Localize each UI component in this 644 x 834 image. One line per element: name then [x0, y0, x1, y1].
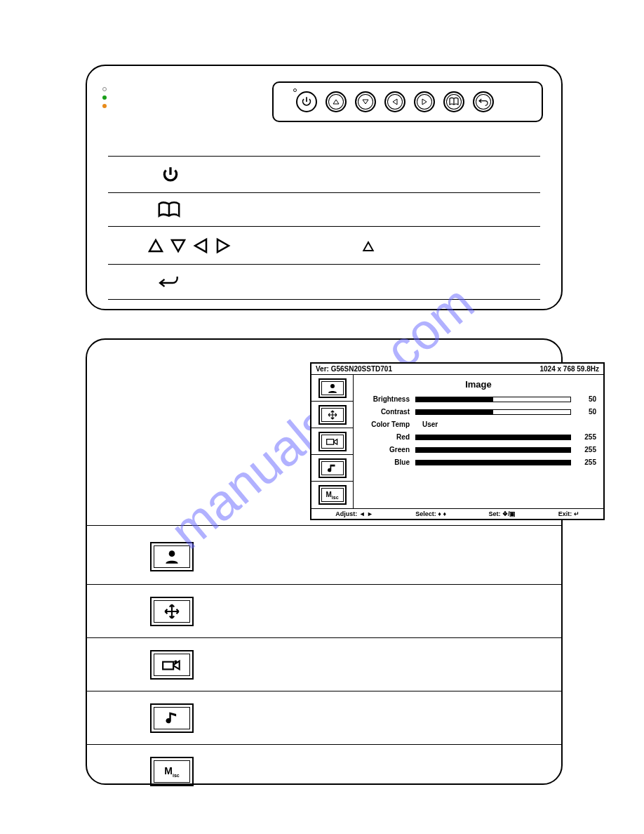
chevron-left-icon: [391, 98, 399, 106]
osd-row-brightness: Brightness 50: [361, 395, 596, 403]
value: 255: [577, 458, 596, 466]
divider: [87, 691, 561, 691]
foot-adjust: Adjust: ◄ ►: [335, 510, 373, 517]
osd-header: Ver: G56SN20SSTD701 1024 x 768 59.8Hz: [311, 364, 603, 375]
camera-icon: [326, 437, 340, 446]
return-icon: [157, 274, 181, 292]
row-arrows: [147, 237, 232, 254]
osd-content: Image Brightness 50 Contrast 50 Color Te…: [354, 375, 603, 508]
foot-exit: Exit: ↵: [558, 510, 579, 517]
power-icon: [301, 96, 312, 107]
svg-rect-3: [163, 662, 173, 670]
osd-row-colortemp: Color Temp User: [361, 421, 596, 428]
value: User: [415, 421, 571, 428]
down-button[interactable]: [355, 91, 376, 112]
power-icon: [161, 166, 180, 184]
misc-label: Misc: [326, 491, 338, 500]
label: Green: [361, 446, 410, 454]
up-button[interactable]: [326, 91, 347, 112]
chevron-left-icon: [192, 237, 209, 254]
right-button[interactable]: [414, 91, 435, 112]
foot-set: Set: ❖/▣: [488, 510, 516, 517]
def-image: [150, 542, 194, 571]
slider[interactable]: [415, 460, 571, 465]
slider[interactable]: [415, 435, 571, 440]
tab-misc[interactable]: Misc: [318, 485, 347, 505]
osd-resolution: 1024 x 768 59.8Hz: [539, 365, 599, 373]
return-button[interactable]: [473, 91, 494, 112]
chevron-down-icon: [170, 237, 187, 254]
tab-audio[interactable]: [318, 458, 347, 478]
chevron-up-icon: [147, 237, 164, 254]
note-icon: [328, 463, 337, 473]
status-leds: [102, 87, 107, 112]
divider: [87, 744, 561, 745]
power-button[interactable]: [296, 91, 317, 112]
osd-title: Image: [361, 379, 596, 390]
value: 255: [577, 446, 596, 454]
osd-row-contrast: Contrast 50: [361, 408, 596, 416]
led-standby-icon: [102, 87, 107, 91]
image-icon-box: [150, 542, 194, 571]
led-warn-icon: [102, 104, 107, 108]
divider: [87, 525, 561, 526]
menu-button[interactable]: [443, 91, 464, 112]
slider[interactable]: [415, 409, 571, 415]
divider: [108, 264, 540, 265]
slider[interactable]: [415, 447, 571, 453]
def-audio: [150, 703, 194, 733]
left-button[interactable]: [384, 91, 405, 112]
chevron-up-icon: [362, 240, 375, 253]
tab-image[interactable]: [318, 378, 347, 398]
divider: [87, 584, 561, 585]
book-icon: [448, 96, 459, 107]
foot-select: Select: ♦ ♦: [415, 510, 446, 517]
def-video: [150, 650, 194, 680]
move-icon: [326, 410, 339, 420]
button-strip: [272, 81, 543, 122]
osd-row-blue: Blue 255: [361, 458, 596, 466]
tab-video[interactable]: [318, 432, 347, 451]
value: 255: [577, 433, 596, 441]
book-icon: [157, 201, 181, 219]
chevron-down-icon: [361, 98, 370, 106]
osd-row-green: Green 255: [361, 446, 596, 454]
led-dot-icon: [293, 88, 297, 92]
label: Red: [361, 433, 410, 441]
svg-point-0: [330, 384, 335, 388]
controls-panel: [86, 65, 563, 310]
label: Color Temp: [361, 421, 410, 428]
osd-window: Ver: G56SN20SSTD701 1024 x 768 59.8Hz Mi…: [310, 362, 605, 520]
led-power-icon: [102, 95, 107, 100]
misc-label: Misc: [164, 765, 179, 778]
row-menu: [157, 201, 181, 219]
chevron-right-icon: [420, 98, 429, 106]
chevron-right-icon: [215, 237, 232, 254]
svg-point-4: [174, 661, 177, 663]
def-misc: Misc: [150, 757, 194, 786]
divider: [108, 156, 540, 157]
return-icon: [478, 96, 489, 107]
def-geometry: [150, 597, 194, 626]
osd-tabs: Misc: [311, 375, 354, 508]
value: 50: [577, 395, 596, 403]
svg-point-2: [169, 550, 175, 557]
label: Contrast: [361, 408, 410, 416]
divider: [108, 299, 540, 300]
osd-version: Ver: G56SN20SSTD701: [316, 365, 392, 373]
chevron-up-icon: [332, 98, 340, 106]
camera-icon: [161, 658, 182, 672]
video-icon-box: [150, 650, 194, 680]
tab-geometry[interactable]: [318, 405, 347, 425]
slider[interactable]: [415, 397, 571, 402]
divider: [108, 192, 540, 193]
misc-icon-box: Misc: [150, 757, 194, 786]
divider: [108, 226, 540, 227]
row-power: [161, 166, 180, 184]
osd-row-red: Red 255: [361, 433, 596, 441]
label: Blue: [361, 458, 410, 466]
divider: [87, 637, 561, 638]
osd-footer: Adjust: ◄ ► Select: ♦ ♦ Set: ❖/▣ Exit: ↵: [311, 508, 603, 519]
svg-rect-1: [326, 439, 333, 444]
note-icon: [165, 710, 179, 726]
